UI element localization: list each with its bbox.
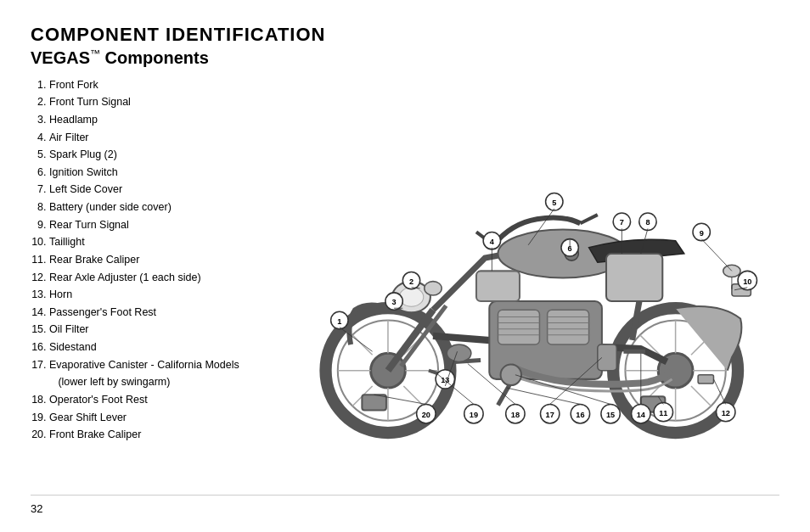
svg-point-42 <box>425 281 442 294</box>
sub-title: VEGAS™ Components <box>31 48 779 68</box>
svg-text:10: 10 <box>743 277 751 285</box>
svg-text:19: 19 <box>470 410 478 418</box>
list-item: Horn <box>49 286 251 304</box>
svg-text:5: 5 <box>552 199 556 207</box>
svg-text:12: 12 <box>722 408 730 417</box>
svg-text:17: 17 <box>546 410 554 418</box>
list-item: Evaporative Canister - California Models… <box>49 356 251 391</box>
main-title: COMPONENT IDENTIFICATION <box>31 24 779 46</box>
svg-text:16: 16 <box>576 410 584 418</box>
svg-line-8 <box>691 386 711 406</box>
svg-line-37 <box>580 215 597 223</box>
svg-text:18: 18 <box>511 410 520 418</box>
svg-rect-23 <box>498 310 540 344</box>
svg-text:15: 15 <box>606 410 615 418</box>
svg-line-34 <box>388 310 433 370</box>
svg-point-43 <box>723 265 740 277</box>
svg-text:7: 7 <box>620 218 624 227</box>
sub-title-vegas: VEGAS <box>31 48 90 67</box>
content-area: Front Fork Front Turn Signal Headlamp Ai… <box>31 76 779 491</box>
svg-text:8: 8 <box>645 218 650 227</box>
list-item: Front Turn Signal <box>49 93 251 111</box>
list-item: Taillight <box>49 233 251 251</box>
list-item: Gear Shift Lever <box>49 409 251 427</box>
svg-rect-56 <box>606 254 662 301</box>
list-item: Headlamp <box>49 111 251 129</box>
page-number: 32 <box>31 502 42 515</box>
component-list: Front Fork Front Turn Signal Headlamp Ai… <box>31 76 251 491</box>
list-item: Front Fork <box>49 76 251 94</box>
trademark-symbol: ™ <box>90 48 100 59</box>
svg-rect-24 <box>548 310 589 344</box>
page: COMPONENT IDENTIFICATION VEGAS™ Componen… <box>0 0 810 532</box>
svg-point-50 <box>447 344 471 361</box>
list-item: Battery (under side cover) <box>49 199 251 216</box>
svg-rect-49 <box>698 374 713 383</box>
list-item: Ignition Switch <box>49 164 251 182</box>
component-ol: Front Fork Front Turn Signal Headlamp Ai… <box>31 76 251 444</box>
sub-title-rest: Components <box>100 48 209 67</box>
diagram-svg: 1 2 3 4 <box>260 76 779 491</box>
list-item: Rear Brake Caliper <box>49 251 251 269</box>
svg-point-47 <box>501 364 521 384</box>
svg-text:14: 14 <box>637 410 646 418</box>
svg-text:2: 2 <box>409 277 413 285</box>
list-item: Oil Filter <box>49 321 251 339</box>
list-item: Sidestand <box>49 339 251 356</box>
list-item: Left Side Cover <box>49 181 251 199</box>
list-item: Operator's Foot Rest <box>49 391 251 409</box>
list-item: Rear Turn Signal <box>49 216 251 234</box>
svg-text:1: 1 <box>337 316 341 325</box>
svg-text:20: 20 <box>422 410 430 418</box>
list-item: Front Brake Caliper <box>49 426 251 444</box>
list-item: Rear Axle Adjuster (1 each side) <box>49 269 251 287</box>
page-footer: 32 <box>31 495 779 515</box>
list-item: Air Filter <box>49 129 251 147</box>
svg-rect-55 <box>362 395 386 410</box>
list-item: Spark Plug (2) <box>49 146 251 164</box>
list-item: Passenger's Foot Rest <box>49 304 251 322</box>
svg-text:3: 3 <box>392 298 397 306</box>
svg-text:4: 4 <box>490 237 495 245</box>
svg-rect-38 <box>476 271 520 301</box>
svg-text:11: 11 <box>659 408 667 417</box>
svg-line-18 <box>352 335 372 355</box>
motorcycle-diagram: 1 2 3 4 <box>260 76 779 491</box>
svg-rect-54 <box>598 344 616 371</box>
svg-line-103 <box>701 238 732 271</box>
svg-text:9: 9 <box>700 228 704 237</box>
